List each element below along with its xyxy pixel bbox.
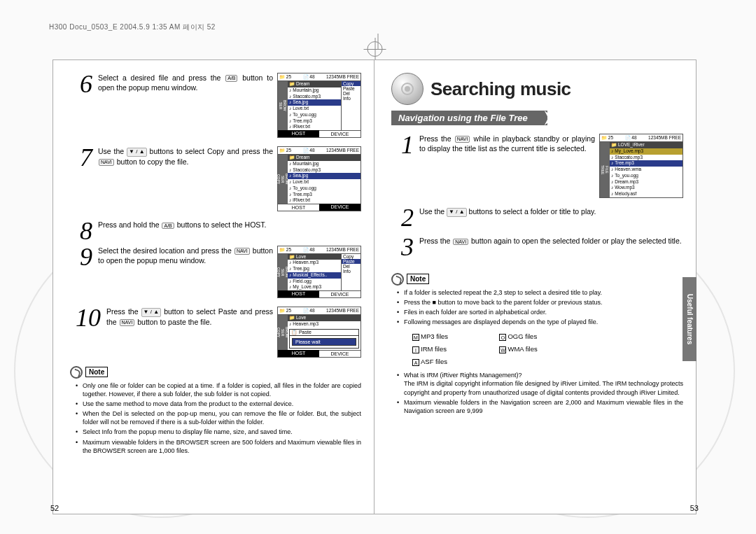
step-7: 7 Use the ▼ / ▲ buttons to select Copy a… — [70, 146, 361, 213]
step-text: Use the ▼ / ▲ buttons to select Copy and… — [98, 146, 273, 167]
note-item: Only one file or folder can be copied at… — [78, 381, 361, 398]
note-box-left: Note Only one file or folder can be copi… — [70, 366, 361, 455]
note-icon — [391, 273, 404, 286]
step-num: 7 — [70, 146, 92, 213]
arrow-buttons: ▼ / ▲ — [127, 148, 147, 157]
note-item: What is IRM (iRiver Rights Management)?T… — [400, 371, 683, 396]
step-text: Use the ▼ / ▲ buttons to select a folder… — [419, 206, 683, 229]
step-9: 9 Select the desired location and press … — [70, 246, 361, 300]
note-item: If a folder is selected repeat the 2,3 s… — [400, 288, 683, 297]
step-6: 6 Select a desired file and press the A/… — [70, 73, 361, 139]
note-item: Maximum viewable folders in the Navigati… — [400, 398, 683, 415]
page-spread: 6 Select a desired file and press the A/… — [52, 59, 696, 514]
arrow-buttons: ▼ / ▲ — [141, 308, 162, 317]
side-tab: Useful features — [682, 277, 696, 361]
note-item: Files in each folder are sorted in alpha… — [400, 308, 683, 316]
note-list-right-a: If a folder is selected repeat the 2,3 s… — [391, 288, 683, 327]
note-label: Note — [407, 274, 429, 284]
title-icon — [391, 73, 424, 105]
section-heading: Navigation using the File Tree — [391, 111, 547, 125]
screenshot-10: 📁 25📄 4812345MB FREE BROWSERCOPY 📁Love ♪… — [277, 307, 361, 359]
navi-button-label: NAVI — [234, 248, 250, 255]
step-num: 6 — [70, 73, 92, 139]
page-title-row: Searching music — [391, 73, 683, 105]
note-item: Use the same method to move data from th… — [78, 400, 361, 408]
step-text: Select a desired file and press the A/B … — [98, 73, 273, 92]
step-text: Press the NAVI button again to open the … — [419, 236, 683, 258]
page-number-right: 53 — [690, 504, 699, 512]
step-num: 8 — [70, 220, 92, 242]
note-item: Press the ■ button to move back to the p… — [400, 298, 683, 307]
note-item: Following messages are displayed depends… — [400, 318, 683, 326]
page-number-left: 52 — [50, 504, 59, 512]
step-num: 2 — [391, 206, 414, 229]
step-num: 9 — [70, 246, 92, 300]
crop-mark-top — [374, 34, 382, 57]
step-text: Press the ▼ / ▲ button to select Paste a… — [106, 307, 273, 327]
step-text: Press the NAVI while in playback standby… — [419, 134, 595, 153]
step-num: 10 — [70, 307, 101, 359]
screenshot-1r: 📁 25📄 4812345MB FREE FILETREE 📁LOVE_iRiv… — [599, 134, 683, 199]
screenshot-9: 📁 25📄 4812345MB FREE BROWSERCOPY 📁Love♪H… — [277, 246, 361, 300]
step-1r: 1 Press the NAVI while in playback stand… — [391, 134, 683, 199]
note-label: Note — [85, 367, 108, 377]
step-3r: 3 Press the NAVI button again to open th… — [391, 236, 683, 258]
ab-button-label: A/B — [225, 75, 237, 82]
navi-button-label: NAVI — [453, 239, 468, 246]
page-left: 6 Select a desired file and press the A/… — [52, 59, 374, 514]
step-10: 10 Press the ▼ / ▲ button to select Past… — [70, 307, 361, 359]
note-list-right-b: What is IRM (iRiver Rights Management)?T… — [391, 371, 683, 415]
step-text: Press and hold the A/B buttons to select… — [98, 220, 361, 242]
step-text: Select the desired location and press th… — [98, 246, 273, 265]
navi-button-label: NAVI — [120, 319, 135, 326]
screenshot-6: 📁 25📄 4812345MB FREE BROWSER 📁Dream♪Moun… — [277, 73, 361, 139]
note-item: Maximum viewable folders in the BROWSER … — [78, 438, 361, 455]
ab-button-label: A/B — [162, 223, 174, 230]
screenshot-7: 📁 25📄 4812345MB FREE BROWSERCOPY 📁Dream♪… — [277, 146, 361, 213]
note-icon — [70, 366, 83, 379]
page-title: Searching music — [430, 78, 571, 100]
step-8: 8 Press and hold the A/B buttons to sele… — [70, 220, 361, 242]
note-item: Select Info from the popup menu to displ… — [78, 428, 361, 436]
page-right: Searching music Navigation using the Fil… — [374, 59, 696, 514]
step-num: 3 — [391, 236, 414, 258]
file-type-legend: MMP3 files OOGG files IIRM files WWMA fi… — [391, 329, 683, 367]
step-2r: 2 Use the ▼ / ▲ buttons to select a fold… — [391, 206, 683, 229]
note-item: When the Del is selected on the pop-up m… — [78, 409, 361, 426]
navi-button-label: NAVI — [99, 159, 114, 166]
note-box-right: Note If a folder is selected repeat the … — [391, 273, 683, 415]
navi-button-label: NAVI — [455, 136, 470, 143]
note-list-left: Only one file or folder can be copied at… — [70, 381, 361, 455]
step-num: 1 — [391, 134, 414, 199]
print-header: H300 Docu_0503_E 2004.5.9 1:35 AM 페이지 52 — [49, 22, 216, 32]
arrow-buttons: ▼ / ▲ — [447, 208, 467, 217]
